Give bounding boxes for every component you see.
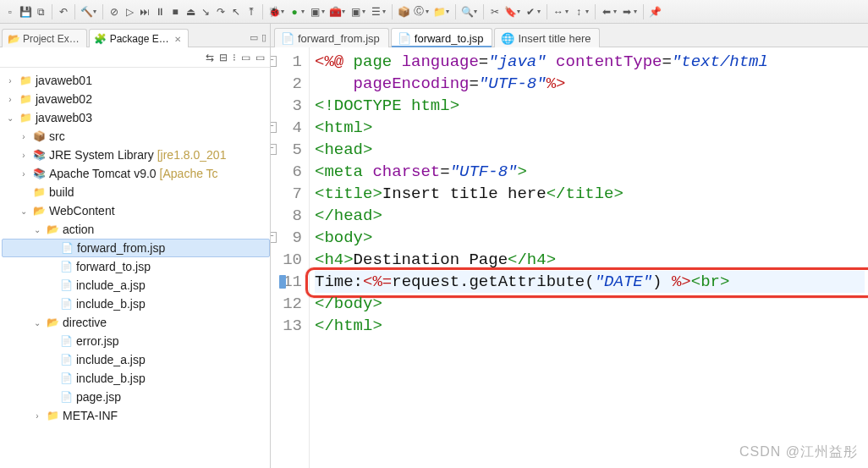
view-tab-project-explorer[interactable]: 📂Project Ex…	[2, 29, 87, 47]
line-number[interactable]: 3	[271, 95, 302, 117]
line-number[interactable]: 12	[271, 293, 302, 315]
project-javaweb03[interactable]: ⌄📁javaweb03	[2, 108, 270, 127]
package-explorer-tree[interactable]: ›📁javaweb01›📁javaweb02⌄📁javaweb03›📦src›📚…	[0, 68, 270, 468]
expand-icon[interactable]: ⌄	[32, 225, 42, 234]
file-page[interactable]: 📄page.jsp	[2, 388, 270, 406]
jre-library[interactable]: ›📚JRE System Library [jre1.8.0_201	[2, 146, 270, 164]
file-include-a[interactable]: 📄include_a.jsp	[2, 276, 270, 295]
run-icon[interactable]: ●	[288, 5, 301, 19]
code-line-1[interactable]: <%@ page language="java" contentType="te…	[315, 51, 865, 73]
tomcat-library[interactable]: ›📚Apache Tomcat v9.0 [Apache Tc	[2, 164, 270, 183]
toggle-icon[interactable]: ↔	[552, 5, 565, 19]
expand-icon[interactable]: ›	[5, 95, 15, 104]
save-all-icon[interactable]: ⧉	[34, 5, 47, 19]
line-number[interactable]: 7	[271, 183, 302, 205]
new-pkg-icon[interactable]: 📦	[397, 5, 410, 19]
dropdown-arrow-icon[interactable]: ▾	[301, 8, 305, 15]
code-editor[interactable]: 12345678910111213 <%@ page language="jav…	[271, 47, 868, 468]
save-icon[interactable]: 💾	[19, 5, 32, 19]
back-icon[interactable]: ⬅	[600, 5, 613, 19]
line-number[interactable]: 2	[271, 73, 302, 95]
dropdown-arrow-icon[interactable]: ▾	[93, 8, 96, 15]
new-class-icon[interactable]: Ⓒ	[412, 5, 426, 19]
step-over-icon[interactable]: ↷	[214, 5, 228, 19]
view-tab-package-explorer[interactable]: 🧩Package E…✕	[89, 29, 189, 47]
project-javaweb01[interactable]: ›📁javaweb01	[2, 71, 270, 90]
folder-build[interactable]: 📁build	[2, 183, 270, 201]
expand-icon[interactable]: ›	[19, 169, 29, 179]
skip-icon[interactable]: ⏭	[138, 5, 151, 19]
maximize-icon[interactable]: ▯	[261, 32, 266, 43]
new-folder-icon[interactable]: 📁	[432, 5, 446, 19]
tab-browser[interactable]: 🌐Insert title here	[494, 28, 600, 47]
dropdown-arrow-icon[interactable]: ▾	[342, 8, 345, 15]
dropdown-arrow-icon[interactable]: ▾	[517, 8, 520, 15]
line-number[interactable]: 6	[271, 161, 302, 183]
code-line-7[interactable]: <title>Insert title here</title>	[315, 183, 865, 205]
dropdown-arrow-icon[interactable]: ▾	[446, 8, 449, 15]
fwd-icon[interactable]: ➡	[620, 5, 634, 19]
minimize-icon[interactable]: ▭	[250, 32, 258, 43]
dropdown-arrow-icon[interactable]: ▾	[321, 8, 325, 15]
line-number[interactable]: 5	[271, 139, 302, 161]
step-into-icon[interactable]: ↘	[199, 5, 212, 19]
line-number[interactable]: 4	[271, 117, 302, 139]
file-include-b[interactable]: 📄include_b.jsp	[2, 295, 270, 313]
expand-icon[interactable]: ›	[19, 132, 29, 141]
folder-directive[interactable]: ⌄📂directive	[2, 313, 270, 332]
file-error[interactable]: 📄error.jsp	[2, 332, 270, 350]
folder-webcontent[interactable]: ⌄📂WebContent	[2, 201, 270, 220]
file-dir-include-a[interactable]: 📄include_a.jsp	[2, 350, 270, 369]
code-line-13[interactable]: </html>	[315, 315, 865, 337]
file-forward-from[interactable]: 📄forward_from.jsp	[2, 239, 270, 257]
view-toolbar-btn-4[interactable]: ▭	[255, 52, 265, 63]
bug-icon[interactable]: 🐞	[267, 5, 281, 19]
expand-icon[interactable]: ›	[32, 411, 42, 421]
line-number[interactable]: 13	[271, 315, 302, 337]
line-gutter[interactable]: 12345678910111213	[271, 47, 310, 468]
view-toolbar-btn-1[interactable]: ⊟	[219, 52, 228, 63]
expand-icon[interactable]: ›	[19, 151, 29, 160]
code-line-9[interactable]: <body>	[315, 227, 865, 249]
dropdown-arrow-icon[interactable]: ▾	[362, 8, 365, 15]
expand-icon[interactable]: ⌄	[5, 113, 15, 123]
file-dir-include-b[interactable]: 📄include_b.jsp	[2, 369, 270, 388]
folder-src[interactable]: ›📦src	[2, 127, 270, 146]
dropdown-arrow-icon[interactable]: ▾	[613, 8, 617, 15]
play-icon[interactable]: ▷	[123, 5, 136, 19]
dropdown-arrow-icon[interactable]: ▾	[565, 8, 569, 15]
code-line-2[interactable]: pageEncoding="UTF-8"%>	[315, 73, 865, 95]
code-line-4[interactable]: <html>	[315, 117, 865, 139]
debug-no-icon[interactable]: ⊘	[107, 5, 121, 19]
dropdown-arrow-icon[interactable]: ▾	[634, 8, 637, 15]
new-icon[interactable]: ▫	[3, 5, 17, 19]
cut-icon[interactable]: ✂	[488, 5, 502, 19]
tag-icon[interactable]: 🔖	[503, 5, 517, 19]
line-number[interactable]: 8	[271, 205, 302, 227]
dropdown-arrow-icon[interactable]: ▾	[474, 8, 477, 15]
line-number[interactable]: 9	[271, 227, 302, 249]
ext-tools-icon[interactable]: 🧰	[328, 5, 342, 19]
dropdown-arrow-icon[interactable]: ▾	[281, 8, 284, 15]
search-icon[interactable]: 🔍	[460, 5, 474, 19]
folder-meta-inf[interactable]: ›📁META-INF	[2, 406, 270, 425]
view-toolbar-btn-0[interactable]: ⇆	[206, 52, 214, 63]
view-toolbar-btn-2[interactable]: ⁝	[233, 52, 236, 63]
dropdown-arrow-icon[interactable]: ▾	[426, 8, 429, 15]
expand-icon[interactable]: ›	[5, 76, 15, 85]
dropdown-arrow-icon[interactable]: ▾	[382, 8, 386, 15]
code-body[interactable]: <%@ page language="java" contentType="te…	[310, 47, 868, 468]
code-line-12[interactable]: </body>	[315, 293, 865, 315]
drop-frame-icon[interactable]: ⤒	[244, 5, 258, 19]
view-toolbar-btn-3[interactable]: ▭	[241, 52, 250, 63]
profile-icon[interactable]: ▣	[349, 5, 362, 19]
line-number[interactable]: 10	[271, 249, 302, 271]
tab-forward-to[interactable]: 📄forward_to.jsp	[391, 28, 493, 47]
stop-icon[interactable]: ■	[168, 5, 182, 19]
code-line-10[interactable]: <h4>Destination Page</h4>	[315, 249, 865, 271]
project-javaweb02[interactable]: ›📁javaweb02	[2, 90, 270, 108]
code-line-3[interactable]: <!DOCTYPE html>	[315, 95, 865, 117]
code-line-11[interactable]: Time:<%=request.getAttribute("DATE") %><…	[315, 271, 865, 293]
coverage-icon[interactable]: ▣	[308, 5, 321, 19]
code-line-6[interactable]: <meta charset="UTF-8">	[315, 161, 865, 183]
